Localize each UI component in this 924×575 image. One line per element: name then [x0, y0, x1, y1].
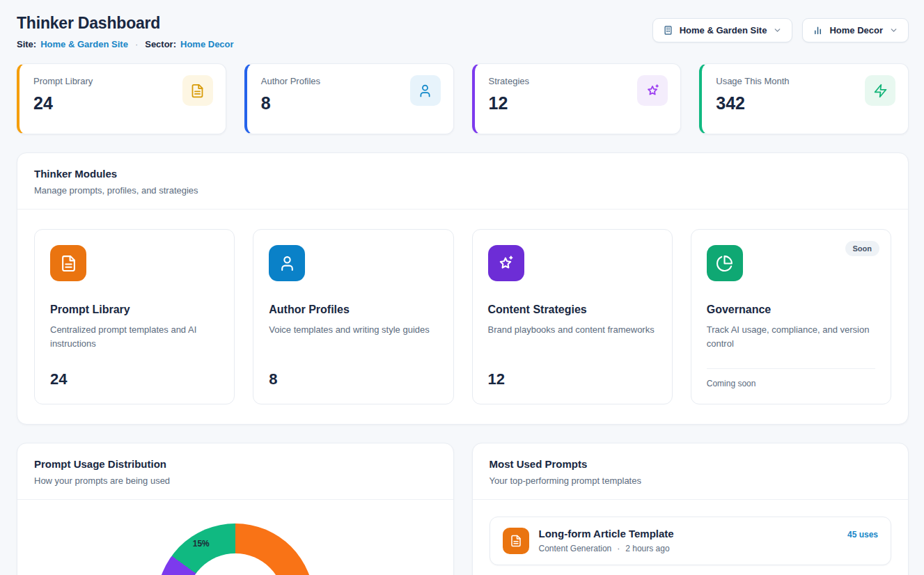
prompts-subtitle: Your top-performing prompt templates [490, 475, 892, 486]
usage-chart-body: 15% [17, 500, 453, 575]
prompt-title: Long-form Article Template [539, 528, 838, 539]
building-icon [663, 25, 673, 36]
site-link[interactable]: Home & Garden Site [40, 39, 128, 49]
header-selectors: Home & Garden Site Home Decor [652, 18, 909, 42]
module-title: Content Strategies [488, 304, 657, 316]
person-icon [410, 75, 441, 106]
bar-chart-icon [813, 25, 823, 36]
module-card-content-strategies[interactable]: Content Strategies Brand playbooks and c… [472, 229, 673, 404]
donut-slice-label: 15% [193, 539, 210, 549]
prompt-meta: Content Generation · 2 hours ago [539, 544, 838, 553]
page-header: Thinker Dashboard Site: Home & Garden Si… [17, 14, 909, 49]
module-count: 24 [50, 359, 219, 388]
usage-subtitle: How your prompts are being used [34, 475, 437, 486]
prompts-panel-header: Most Used Prompts Your top-performing pr… [473, 443, 909, 500]
modules-title: Thinker Modules [34, 168, 891, 180]
document-icon [182, 75, 213, 106]
prompt-info: Long-form Article Template Content Gener… [539, 528, 838, 553]
person-icon [269, 245, 305, 281]
prompt-list-item[interactable]: Long-form Article Template Content Gener… [490, 517, 892, 565]
meta-separator: · [135, 39, 138, 49]
modules-subtitle: Manage prompts, profiles, and strategies [34, 185, 891, 196]
usage-panel-header: Prompt Usage Distribution How your promp… [17, 443, 453, 500]
sparkle-star-icon [488, 245, 524, 281]
module-card-governance[interactable]: Soon Governance Track AI usage, complian… [691, 229, 891, 404]
sector-selector-dropdown[interactable]: Home Decor [802, 18, 909, 42]
stats-row: Prompt Library 24 Author Profiles 8 Stra… [17, 63, 909, 134]
prompt-time: 2 hours ago [625, 544, 669, 553]
header-titles: Thinker Dashboard Site: Home & Garden Si… [17, 14, 234, 49]
sector-label: Sector: [145, 39, 176, 49]
modules-panel-header: Thinker Modules Manage prompts, profiles… [17, 153, 908, 210]
soon-badge: Soon [845, 241, 880, 256]
most-used-prompts-panel: Most Used Prompts Your top-performing pr… [472, 443, 909, 575]
chevron-down-icon [889, 26, 898, 35]
sparkle-star-icon [637, 75, 668, 106]
usage-title: Prompt Usage Distribution [34, 458, 437, 470]
site-selector-label: Home & Garden Site [680, 25, 767, 36]
prompt-usage-donut-chart: 15% [157, 523, 314, 575]
modules-grid: Prompt Library Centralized prompt templa… [17, 210, 908, 424]
stat-card-strategies: Strategies 12 [472, 63, 682, 134]
prompt-usage-panel: Prompt Usage Distribution How your promp… [17, 443, 454, 575]
module-title: Prompt Library [50, 304, 219, 316]
site-selector-dropdown[interactable]: Home & Garden Site [652, 18, 793, 42]
chevron-down-icon [773, 26, 782, 35]
sector-link[interactable]: Home Decor [180, 39, 234, 49]
stat-card-author-profiles: Author Profiles 8 [244, 63, 454, 134]
document-icon [503, 528, 529, 554]
module-description: Voice templates and writing style guides [269, 323, 437, 337]
module-description: Centralized prompt templates and AI inst… [50, 323, 219, 351]
prompt-uses-badge: 45 uses [847, 530, 878, 539]
breadcrumb: Site: Home & Garden Site · Sector: Home … [17, 39, 234, 49]
coming-soon-label: Coming soon [707, 368, 875, 388]
bottom-row: Prompt Usage Distribution How your promp… [17, 425, 909, 575]
site-label: Site: [17, 39, 36, 49]
module-card-author-profiles[interactable]: Author Profiles Voice templates and writ… [253, 229, 453, 404]
prompts-list: Long-form Article Template Content Gener… [473, 500, 909, 575]
stat-card-prompt-library: Prompt Library 24 [17, 63, 226, 134]
meta-separator: · [617, 544, 620, 553]
sector-selector-label: Home Decor [829, 25, 883, 36]
module-title: Author Profiles [269, 304, 437, 316]
lightning-icon [865, 75, 895, 106]
module-card-prompt-library[interactable]: Prompt Library Centralized prompt templa… [34, 229, 235, 404]
document-icon [50, 245, 86, 281]
pie-chart-icon [707, 245, 743, 281]
module-title: Governance [707, 304, 875, 316]
thinker-dashboard-page: Thinker Dashboard Site: Home & Garden Si… [0, 0, 924, 575]
module-description: Track AI usage, compliance, and version … [707, 323, 875, 351]
stat-card-usage: Usage This Month 342 [699, 63, 909, 134]
module-count: 8 [269, 359, 437, 388]
module-count: 12 [488, 359, 657, 388]
module-description: Brand playbooks and content frameworks [488, 323, 657, 337]
prompts-title: Most Used Prompts [490, 458, 892, 470]
thinker-modules-panel: Thinker Modules Manage prompts, profiles… [17, 152, 909, 425]
page-title: Thinker Dashboard [17, 14, 234, 33]
prompt-category: Content Generation [539, 544, 612, 553]
